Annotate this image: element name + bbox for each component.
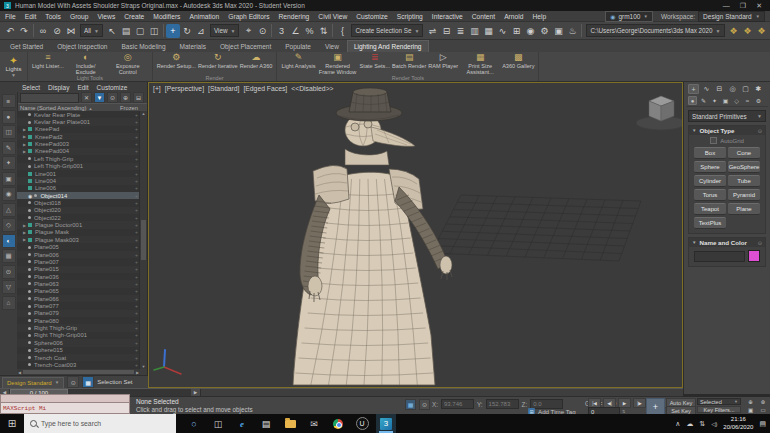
object-type-header[interactable]: ▼ Object Type ⊙ [689, 126, 765, 135]
table-row-plane015[interactable]: Plane015+ [17, 266, 140, 273]
menu-animation[interactable]: Animation [189, 13, 219, 20]
lock-explorer-icon[interactable]: ⊙ [2, 265, 16, 279]
table-row-object022[interactable]: Object022+ [17, 214, 140, 221]
key-filters-button[interactable]: Key Filters... [697, 406, 741, 413]
table-row-plane079[interactable]: Plane079+ [17, 310, 140, 317]
explorer-menu-edit[interactable]: Edit [77, 84, 88, 91]
unlink-selection-icon[interactable]: ⊘ [50, 24, 64, 38]
scene-explorer-toggle-icon[interactable]: ▥ [467, 24, 481, 38]
table-row-plane066[interactable]: Plane066+ [17, 295, 140, 302]
table-row-right-thigh-grip001[interactable]: Right Thigh-Grip001+ [17, 332, 140, 339]
onedrive-icon[interactable]: ☁ [686, 420, 693, 428]
pyramid-button[interactable]: Pyramid [728, 189, 760, 201]
undo-icon[interactable]: ↶ [3, 24, 17, 38]
object-color-swatch[interactable] [748, 250, 760, 262]
menu-group[interactable]: Group [70, 13, 89, 20]
viewport-menu-general[interactable]: [+] [153, 85, 161, 92]
taskbar-app-cortana[interactable]: ○ [184, 414, 204, 433]
table-row-plague-mask[interactable]: ▶Plague Mask+ [17, 229, 140, 236]
sphere-button[interactable]: Sphere [694, 161, 726, 173]
ribbon-tab-view[interactable]: View [319, 41, 345, 52]
ribbon-tab-populate[interactable]: Populate [279, 41, 317, 52]
sync-selection-icon[interactable]: ▽ [2, 280, 16, 294]
frozen-toggle[interactable]: + [135, 207, 138, 213]
category-cameras-icon[interactable]: ▣ [721, 96, 730, 105]
reference-coordinate-system-dropdown[interactable]: View▼ [210, 24, 240, 37]
edit-named-selection-sets-icon[interactable]: { [335, 24, 349, 38]
maxscript-macro-pane[interactable] [0, 394, 130, 403]
tab-modify[interactable]: ∿ [701, 84, 712, 94]
ribbon-button-light-lister[interactable]: ≡Light Lister... [31, 53, 65, 69]
frozen-toggle[interactable]: + [135, 229, 138, 235]
maxscript-mini-listener[interactable]: MAXScript Mi [0, 394, 130, 414]
table-row-kneepad004[interactable]: ▶KneePad004+ [17, 148, 140, 155]
frozen-toggle[interactable]: + [135, 126, 138, 132]
scrollbar-thumb[interactable] [23, 370, 134, 374]
select-by-name-icon[interactable]: ▤ [119, 24, 133, 38]
frozen-toggle[interactable]: + [135, 119, 138, 125]
category-space-warps-icon[interactable]: ≈ [743, 96, 752, 105]
select-and-move-icon[interactable]: + [166, 24, 180, 38]
frozen-toggle[interactable]: + [135, 252, 138, 258]
tab-display[interactable]: ▢ [740, 84, 751, 94]
geosphere-button[interactable]: GeoSphere [728, 161, 760, 173]
x-coordinate-field[interactable]: 93.746 [441, 399, 474, 409]
ribbon-button-rendered-frame-window[interactable]: ▣Rendered Frame Window [317, 53, 359, 75]
ribbon-tab-basic-modeling[interactable]: Basic Modeling [115, 41, 171, 52]
explorer-menu-select[interactable]: Select [22, 84, 40, 91]
table-row-plane065[interactable]: Plane065+ [17, 288, 140, 295]
select-and-rotate-icon[interactable]: ↻ [180, 24, 194, 38]
table-row-kneepad003[interactable]: ▶KneePad003+ [17, 140, 140, 147]
table-row-plague-mask003[interactable]: ▶Plague Mask003+ [17, 236, 140, 243]
scroll-right-icon[interactable]: ▶ [136, 370, 139, 375]
ribbon-tab-lighting-and-rendering[interactable]: Lighting And Rendering [347, 40, 429, 52]
isolate-selection-icon[interactable]: ▦ [405, 399, 416, 410]
primitives-dropdown[interactable]: Standard Primitives ▼ [688, 110, 766, 122]
frozen-toggle[interactable]: + [135, 215, 138, 221]
taskbar-app-file-explorer[interactable] [280, 414, 300, 433]
show-cameras-icon[interactable]: ▣ [2, 172, 16, 186]
table-row-plane005[interactable]: Plane005+ [17, 243, 140, 250]
mirror-icon[interactable]: ⇌ [425, 24, 439, 38]
category-helpers-icon[interactable]: ◇ [732, 96, 741, 105]
menu-interactive[interactable]: Interactive [432, 13, 463, 20]
frozen-toggle[interactable]: + [135, 178, 138, 184]
ribbon-button-light-analysis[interactable]: ✎Light Analysis [280, 53, 316, 69]
show-geometry-icon[interactable]: ◫ [2, 125, 16, 139]
zoom-region-icon[interactable]: ▭ [758, 406, 769, 413]
viewport-menu-renderlevel[interactable]: [Standard] [208, 85, 239, 92]
slider-next-icon[interactable]: ▶ [191, 389, 200, 396]
explorer-menu-customize[interactable]: Customize [97, 84, 128, 91]
edit-sets-icon[interactable]: ▦ [82, 376, 94, 388]
frozen-toggle[interactable]: + [135, 340, 138, 346]
menu-edit[interactable]: Edit [25, 13, 37, 20]
frozen-toggle[interactable]: + [135, 347, 138, 353]
category-geometry-icon[interactable]: ● [688, 96, 697, 105]
table-row-object014[interactable]: ◉Object014+ [17, 192, 140, 199]
tab-create[interactable]: + [688, 84, 699, 94]
name-color-header[interactable]: ▼ Name and Color ⊙ [689, 238, 765, 247]
frozen-toggle[interactable]: + [135, 163, 138, 169]
category-shapes-icon[interactable]: ✎ [699, 96, 708, 105]
volume-icon[interactable]: ◁) [711, 421, 717, 427]
minimize-button[interactable]: — [723, 2, 730, 10]
tab-hierarchy[interactable]: ⊟ [714, 84, 725, 94]
explorer-settings-icon[interactable]: ⌂ [2, 296, 16, 310]
rendered-frame-window-icon[interactable]: ▣ [551, 24, 565, 38]
ribbon-tab-object-inspection[interactable]: Object Inspection [51, 41, 113, 52]
taskbar-search[interactable]: Type here to search [24, 414, 176, 433]
taskbar-app-task-view[interactable]: ◫ [208, 414, 228, 433]
ribbon-button-ram-player[interactable]: ▷RAM Player [427, 53, 459, 69]
ribbon-button-render-setup[interactable]: ⚙Render Setup... [156, 53, 197, 69]
select-object-icon[interactable]: ↖ [105, 24, 119, 38]
project-folder-dropdown[interactable]: C:\Users\George\Documents\3ds Max 2020▼ [586, 24, 724, 37]
set-keys-button[interactable]: + [646, 398, 665, 415]
frozen-toggle[interactable]: + [135, 244, 138, 250]
ribbon-button-batch-render[interactable]: ▤Batch Render [391, 53, 427, 69]
menu-modifiers[interactable]: Modifiers [153, 13, 180, 20]
object-name-field[interactable] [694, 251, 745, 262]
window-crossing-icon[interactable]: ◫ [147, 24, 161, 38]
frozen-toggle[interactable]: + [135, 362, 138, 368]
scroll-down-icon[interactable]: ▼ [142, 364, 146, 369]
frozen-toggle[interactable]: + [135, 303, 138, 309]
